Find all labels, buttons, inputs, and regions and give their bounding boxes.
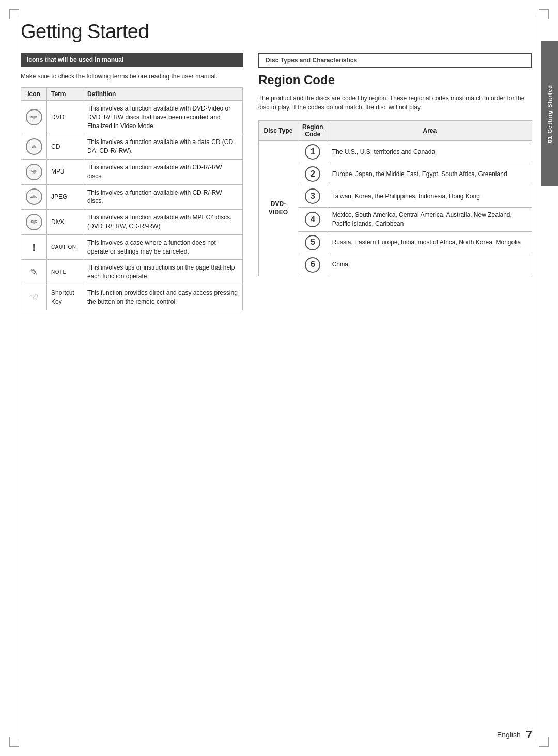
table-row: DVD DVD This involves a function availab… xyxy=(21,101,243,134)
corner-mark-tr xyxy=(539,9,549,19)
table-row: ! CAUTION This involves a case where a f… xyxy=(21,234,243,260)
divx-disc-icon: DivX xyxy=(26,214,42,230)
region-circle-3: 3 xyxy=(305,188,320,204)
region-num-5: 5 xyxy=(298,231,328,254)
region-table: Disc Type RegionCode Area DVD-VIDEO 1 Th… xyxy=(258,120,532,276)
table-row: DVD-VIDEO 1 The U.S., U.S. territories a… xyxy=(259,141,532,163)
region-num-3: 3 xyxy=(298,185,328,208)
definition-cell: This involves a case where a function do… xyxy=(83,234,243,260)
right-column: Disc Types and Characteristics Region Co… xyxy=(258,53,532,310)
sidebar-tab: 01 Getting Started xyxy=(541,41,558,186)
page-footer: English 7 xyxy=(497,728,532,742)
region-circle-2: 2 xyxy=(305,166,320,182)
mp3-disc-icon: MP3 xyxy=(26,164,42,180)
note-icon: ✎ xyxy=(30,267,38,277)
definition-cell: This function provides direct and easy a… xyxy=(83,285,243,310)
disc-type-dvd-video: DVD-VIDEO xyxy=(259,141,298,276)
region-circle-6: 6 xyxy=(305,257,320,273)
icon-cell: CD xyxy=(21,134,47,160)
region-num-1: 1 xyxy=(298,141,328,163)
icon-cell: JPEG xyxy=(21,184,47,210)
term-cell: JPEG xyxy=(47,184,83,210)
col-area: Area xyxy=(328,121,532,141)
region-code-description: The product and the discs are coded by r… xyxy=(258,93,532,112)
area-1: The U.S., U.S. territories and Canada xyxy=(328,141,532,163)
page-number: 7 xyxy=(526,728,532,742)
page-language: English xyxy=(497,731,521,739)
icon-cell: MP3 xyxy=(21,159,47,184)
table-row: CD CD This involves a function available… xyxy=(21,134,243,160)
term-cell: NOTE xyxy=(47,260,83,285)
cd-disc-icon: CD xyxy=(26,138,42,155)
area-4: Mexico, South America, Central America, … xyxy=(328,208,532,232)
caution-icon: ! xyxy=(32,242,36,253)
icon-cell: ! xyxy=(21,234,47,260)
icon-cell: ✎ xyxy=(21,260,47,285)
table-row: 2 Europe, Japan, the Middle East, Egypt,… xyxy=(259,163,532,185)
table-row: 4 Mexico, South America, Central America… xyxy=(259,208,532,232)
term-cell: Shortcut Key xyxy=(47,285,83,310)
col-region-code: RegionCode xyxy=(298,121,328,141)
col-header-term: Term xyxy=(47,88,83,101)
corner-mark-bl xyxy=(9,737,19,747)
sidebar-tab-label: 01 Getting Started xyxy=(547,85,553,143)
intro-text: Make sure to check the following terms b… xyxy=(21,72,243,81)
term-cell: MP3 xyxy=(47,159,83,184)
area-2: Europe, Japan, the Middle East, Egypt, S… xyxy=(328,163,532,185)
table-row: 5 Russia, Eastern Europe, India, most of… xyxy=(259,231,532,254)
table-row: MP3 MP3 This involves a function availab… xyxy=(21,159,243,184)
table-row: DivX DivX This involves a function avail… xyxy=(21,210,243,235)
icon-cell: DivX xyxy=(21,210,47,235)
col-header-icon: Icon xyxy=(21,88,47,101)
area-3: Taiwan, Korea, the Philippines, Indonesi… xyxy=(328,185,532,208)
table-row: 3 Taiwan, Korea, the Philippines, Indone… xyxy=(259,185,532,208)
icon-cell: DVD xyxy=(21,101,47,134)
term-cell: DVD xyxy=(47,101,83,134)
region-circle-4: 4 xyxy=(305,212,320,227)
table-row: JPEG JPEG This involves a function avail… xyxy=(21,184,243,210)
definition-cell: This involves a function available with … xyxy=(83,184,243,210)
definition-cell: This involves a function available with … xyxy=(83,101,243,134)
table-row: ☜ Shortcut Key This function provides di… xyxy=(21,285,243,310)
definition-cell: This involves tips or instructions on th… xyxy=(83,260,243,285)
region-num-6: 6 xyxy=(298,254,328,276)
icon-cell: ☜ xyxy=(21,285,47,310)
region-circle-1: 1 xyxy=(305,144,320,160)
region-num-4: 4 xyxy=(298,208,328,232)
left-section-header: Icons that will be used in manual xyxy=(21,53,243,67)
corner-mark-tl xyxy=(9,9,19,19)
area-6: China xyxy=(328,254,532,276)
page-title: Getting Started xyxy=(21,21,532,43)
table-row: ✎ NOTE This involves tips or instruction… xyxy=(21,260,243,285)
region-num-2: 2 xyxy=(298,163,328,185)
term-cell: CAUTION xyxy=(47,234,83,260)
shortcut-icon: ☜ xyxy=(30,292,38,302)
col-disc-type: Disc Type xyxy=(259,121,298,141)
icons-table: Icon Term Definition DVD DVD This involv… xyxy=(21,87,243,310)
left-column: Icons that will be used in manual Make s… xyxy=(21,53,243,310)
region-code-title: Region Code xyxy=(258,73,532,87)
area-5: Russia, Eastern Europe, India, most of A… xyxy=(328,231,532,254)
jpeg-disc-icon: JPEG xyxy=(26,188,42,205)
region-circle-5: 5 xyxy=(305,235,320,250)
right-section-header: Disc Types and Characteristics xyxy=(258,53,532,68)
table-row: 6 China xyxy=(259,254,532,276)
term-cell: CD xyxy=(47,134,83,160)
dvd-disc-icon: DVD xyxy=(26,109,42,125)
main-content: Getting Started Icons that will be used … xyxy=(21,21,532,725)
corner-mark-br xyxy=(539,737,549,747)
two-column-layout: Icons that will be used in manual Make s… xyxy=(21,53,532,310)
term-cell: DivX xyxy=(47,210,83,235)
left-border-line xyxy=(17,15,17,741)
col-header-definition: Definition xyxy=(83,88,243,101)
definition-cell: This involves a function available with … xyxy=(83,134,243,160)
definition-cell: This involves a function available with … xyxy=(83,159,243,184)
right-border-line xyxy=(537,15,537,741)
definition-cell: This involves a function available with … xyxy=(83,210,243,235)
